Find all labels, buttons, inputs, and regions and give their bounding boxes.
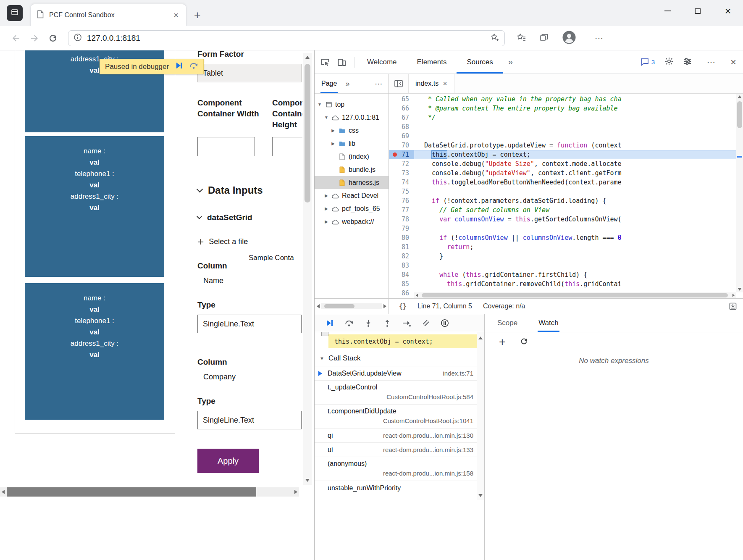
line-number[interactable]: 83	[389, 261, 414, 270]
resume-script-button[interactable]	[326, 319, 334, 327]
scrollbar-thumb[interactable]	[324, 304, 354, 308]
scroll-up-icon[interactable]	[305, 56, 310, 59]
devtools-menu-icon[interactable]: ⋯	[702, 57, 720, 67]
call-stack-header[interactable]: ▼ Call Stack	[315, 351, 477, 366]
line-number[interactable]: 71	[389, 150, 414, 159]
browser-menu-icon[interactable]: ⋯	[590, 33, 608, 43]
line-number[interactable]: 74	[389, 178, 414, 187]
tree-item-react-devel[interactable]: ▶React Devel	[315, 189, 389, 202]
code-line[interactable]: 65 * Called when any value in the proper…	[389, 95, 736, 104]
editor-horizontal-scrollbar[interactable]	[414, 292, 736, 298]
scroll-down-icon[interactable]	[478, 494, 483, 497]
code-line[interactable]: 72 console.debug("Update Size", context.…	[389, 159, 736, 168]
step-button[interactable]	[402, 319, 411, 327]
code-line[interactable]: 66 * @param context The entire property …	[389, 104, 736, 113]
scroll-left-icon[interactable]	[317, 304, 320, 308]
devtools-tab-sources[interactable]: Sources	[457, 50, 503, 74]
deactivate-breakpoints-button[interactable]	[422, 319, 430, 327]
tree-item-harness-js[interactable]: harness.js	[315, 176, 389, 189]
maximize-button[interactable]	[683, 0, 713, 22]
line-number[interactable]: 86	[389, 289, 414, 298]
scroll-right-icon[interactable]	[732, 294, 735, 297]
expander-icon[interactable]: ▶	[331, 128, 336, 133]
dataset-section-header[interactable]: dataSetGrid	[197, 213, 302, 223]
tree-item-127-0-0-1-81[interactable]: ▼127.0.0.1:81	[315, 111, 389, 124]
code-line[interactable]: 68	[389, 122, 736, 131]
step-into-button[interactable]	[364, 319, 373, 327]
tree-item-top[interactable]: ▼top	[315, 98, 389, 111]
resume-script-icon[interactable]	[175, 61, 183, 72]
expander-icon[interactable]: ▶	[324, 219, 329, 224]
site-info-icon[interactable]	[74, 33, 82, 43]
add-favorite-icon[interactable]	[490, 33, 499, 43]
code-line[interactable]: 69	[389, 131, 736, 141]
code-line[interactable]: 82 }	[389, 252, 736, 261]
tab-scope[interactable]: Scope	[496, 314, 518, 332]
back-button[interactable]	[7, 29, 25, 47]
code-line[interactable]: 77 // Get sorted columns on View	[389, 205, 736, 215]
line-number[interactable]: 79	[389, 224, 414, 233]
scrollbar-thumb[interactable]	[7, 487, 256, 497]
devtools-close-icon[interactable]: ×	[730, 56, 736, 68]
line-number[interactable]: 78	[389, 215, 414, 224]
console-messages-badge[interactable]: 3	[641, 58, 655, 66]
line-number[interactable]: 76	[389, 196, 414, 205]
scroll-up-icon[interactable]	[738, 95, 742, 98]
line-number[interactable]: 66	[389, 104, 414, 113]
scrollbar-thumb[interactable]	[422, 293, 728, 297]
show-drawer-icon[interactable]	[729, 302, 743, 310]
scrollbar-thumb[interactable]	[737, 101, 742, 128]
refresh-watch-icon[interactable]	[520, 337, 528, 347]
call-stack-frame[interactable]: DataSetGrid.updateViewindex.ts:71	[315, 366, 477, 381]
code-line[interactable]: 83	[389, 261, 736, 270]
line-number[interactable]: 69	[389, 131, 414, 141]
url-text[interactable]: 127.0.0.1:8181	[87, 34, 140, 43]
sections-scrollbar[interactable]	[477, 332, 484, 500]
window-close-button[interactable]: ×	[713, 0, 743, 22]
more-navigator-tabs-icon[interactable]: »	[345, 79, 349, 88]
type-select[interactable]: SingleLine.Text	[197, 315, 302, 333]
minimize-button[interactable]	[652, 0, 683, 22]
forward-button[interactable]	[25, 29, 44, 47]
scroll-up-icon[interactable]	[478, 337, 483, 339]
address-bar[interactable]: 127.0.0.1:8181	[68, 30, 505, 46]
customize-tune-icon[interactable]	[683, 57, 692, 67]
scroll-down-icon[interactable]	[738, 288, 742, 291]
collapse-sidebar-icon[interactable]	[389, 74, 408, 93]
pretty-print-icon[interactable]: {}	[399, 302, 407, 310]
scroll-right-icon[interactable]	[294, 490, 297, 494]
inspect-element-icon[interactable]	[320, 58, 330, 67]
expander-icon[interactable]: ▼	[317, 102, 322, 107]
call-stack-frame[interactable]: (anonymous)react-dom.produ...ion.min.js:…	[315, 457, 477, 481]
tree-item-css[interactable]: ▶css	[315, 124, 389, 137]
code-line[interactable]: 71 this.contextObj = context;	[389, 150, 736, 159]
scroll-down-icon[interactable]	[305, 479, 310, 482]
data-inputs-section-header[interactable]: Data Inputs	[197, 183, 302, 197]
scroll-right-icon[interactable]	[383, 304, 386, 308]
expander-icon[interactable]: ▼	[324, 115, 329, 120]
line-number[interactable]: 84	[389, 270, 414, 279]
tab-watch[interactable]: Watch	[538, 314, 559, 332]
code-line[interactable]: 78 var columnsOnView = this.getSortedCol…	[389, 215, 736, 224]
line-number[interactable]: 75	[389, 187, 414, 196]
select-file-button[interactable]: + Select a file	[197, 236, 302, 247]
navigator-tab-page[interactable]: Page	[320, 74, 338, 93]
tree-item-pcf-tools-65[interactable]: ▶pcf_tools_65	[315, 202, 389, 215]
scroll-left-icon[interactable]	[2, 490, 5, 494]
tree-item-webpack-[interactable]: ▶webpack://	[315, 215, 389, 228]
container-width-input[interactable]	[197, 137, 255, 156]
tab-actions-menu-button[interactable]	[7, 5, 23, 21]
line-number[interactable]: 82	[389, 252, 414, 261]
line-number[interactable]: 70	[389, 141, 414, 150]
file-tab-index-ts[interactable]: index.ts ×	[408, 74, 454, 93]
active-breakpoint-row[interactable]: this.contextObj = context;	[328, 334, 477, 348]
line-number[interactable]: 72	[389, 159, 414, 168]
more-tabs-icon[interactable]: »	[503, 57, 518, 67]
call-stack-frame[interactable]: t._updateControlCustomControlHostRoot.js…	[315, 381, 477, 405]
container-height-input[interactable]	[272, 137, 302, 156]
step-out-button[interactable]	[383, 319, 391, 327]
favorites-hub-icon[interactable]	[517, 33, 526, 43]
code-line[interactable]: 67 */	[389, 113, 736, 122]
scrollbar-thumb[interactable]	[305, 64, 310, 202]
add-watch-expression-icon[interactable]: +	[499, 337, 506, 348]
